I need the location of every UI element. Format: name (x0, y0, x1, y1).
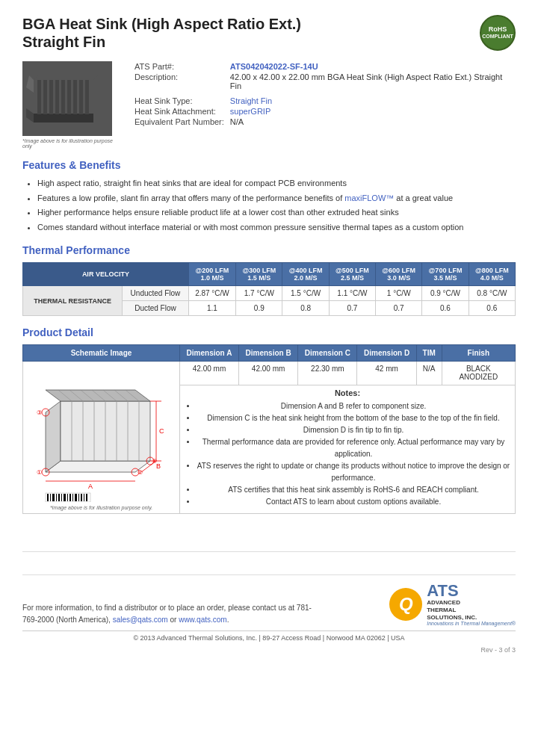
svg-rect-53 (58, 494, 60, 501)
ats-logo-text: ATS ADVANCED THERMAL SOLUTIONS, INC. Inn… (427, 583, 516, 626)
dim-c-header: Dimension C (298, 345, 357, 362)
svg-rect-55 (64, 494, 66, 501)
heatsink-type-value[interactable]: Straight Fin (230, 96, 272, 105)
svg-rect-0 (34, 114, 93, 123)
product-info-section: *Image above is for illustration purpose… (22, 61, 516, 149)
thermal-header-row: AIR VELOCITY @200 LFM 1.0 M/S @300 LFM 1… (23, 263, 516, 286)
col-header-5: @600 LFM 3.0 M/S (376, 263, 422, 286)
ducted-val-5: 0.7 (376, 301, 422, 316)
footer-website[interactable]: www.qats.com (179, 616, 226, 624)
footer-dot: . (227, 616, 229, 624)
dim-a-value: 42.00 mm (180, 362, 239, 385)
product-detail-table: Schematic Image Dimension A Dimension B … (22, 344, 516, 514)
maxiflow-link[interactable]: maxiFLOW™ (344, 193, 394, 202)
features-list: High aspect ratio, straight fin heat sin… (22, 177, 516, 234)
equivalent-part-row: Equivalent Part Number: N/A (132, 117, 516, 127)
svg-text:④: ④ (152, 458, 157, 465)
product-image-box (22, 61, 112, 136)
heatsink-type-row: Heat Sink Type: Straight Fin (132, 96, 516, 106)
svg-rect-56 (67, 494, 68, 501)
ducted-val-4: 0.7 (329, 301, 375, 316)
dim-d-header: Dimension D (357, 345, 416, 362)
equivalent-part-label: Equivalent Part Number: (132, 117, 227, 127)
svg-rect-61 (81, 494, 82, 501)
page-number: Rev - 3 of 3 (22, 646, 516, 654)
dim-b-header: Dimension B (238, 345, 297, 362)
footer-contact: For more information, to find a distribu… (22, 602, 321, 626)
dimensions-row: A B C (23, 362, 516, 385)
heatsink-attachment-value[interactable]: superGRIP (230, 107, 270, 116)
note-item: Dimension A and B refer to component siz… (197, 400, 510, 412)
svg-rect-9 (85, 80, 89, 114)
ats-full1: ADVANCED (427, 599, 516, 607)
ats-logo: Q ATS ADVANCED THERMAL SOLUTIONS, INC. I… (389, 583, 516, 626)
schematic-cell: A B C (23, 362, 180, 514)
svg-rect-63 (86, 494, 87, 501)
tim-header: TIM (416, 345, 442, 362)
col-header-2: @300 LFM 1.5 M/S (236, 263, 282, 286)
finish-value: BLACK ANODIZED (442, 362, 515, 385)
ducted-flow-label: Ducted Flow (123, 301, 189, 316)
svg-rect-57 (69, 494, 71, 501)
svg-rect-62 (84, 494, 84, 501)
note-item: Dimension D is fin tip to fin tip. (197, 424, 510, 436)
description-label: Description: (132, 72, 227, 91)
air-velocity-header: AIR VELOCITY (23, 263, 189, 286)
svg-rect-1 (37, 80, 41, 114)
svg-marker-14 (46, 461, 150, 472)
svg-marker-15 (46, 401, 61, 472)
part-label: ATS Part#: (132, 61, 227, 72)
svg-text:C: C (159, 427, 164, 435)
ducted-val-7: 0.6 (469, 301, 515, 316)
title-line1: BGA Heat Sink (High Aspect Ratio Ext.) (22, 16, 301, 32)
features-heading: Features & Benefits (22, 159, 516, 171)
dim-b-value: 42.00 mm (238, 362, 297, 385)
notes-list: Dimension A and B refer to component siz… (185, 400, 510, 508)
unducted-val-5: 1 °C/W (376, 286, 422, 301)
rohs-compliant-text: COMPLIANT (482, 34, 513, 40)
svg-rect-3 (49, 80, 53, 114)
notes-title: Notes: (185, 388, 510, 397)
svg-rect-6 (67, 80, 71, 114)
col-header-7: @800 LFM 4.0 M/S (469, 263, 515, 286)
schematic-image-header: Schematic Image (23, 345, 180, 362)
col-header-6: @700 LFM 3.5 M/S (422, 263, 469, 286)
spec-table: ATS Part#: ATS042042022-SF-14U Descripti… (132, 61, 516, 127)
footer-or: or (170, 616, 176, 624)
description-value: 42.00 x 42.00 x 22.00 mm BGA Heat Sink (… (227, 72, 516, 91)
note-item: Thermal performance data are provided fo… (197, 436, 510, 460)
svg-rect-7 (73, 80, 77, 114)
svg-rect-2 (43, 80, 47, 114)
unducted-val-6: 0.9 °C/W (422, 286, 469, 301)
product-detail-heading: Product Detail (22, 326, 516, 338)
dim-a-header: Dimension A (180, 345, 239, 362)
unducted-flow-row: THERMAL RESISTANCE Unducted Flow 2.87 °C… (23, 286, 516, 301)
product-image-container: *Image above is for illustration purpose… (22, 61, 120, 149)
part-number-value: ATS042042022-SF-14U (227, 61, 516, 72)
unducted-flow-label: Unducted Flow (123, 286, 189, 301)
description-row: Description: 42.00 x 42.00 x 22.00 mm BG… (132, 72, 516, 91)
svg-rect-58 (72, 494, 73, 501)
unducted-val-3: 1.5 °C/W (282, 286, 329, 301)
footer: For more information, to find a distribu… (22, 574, 516, 626)
svg-rect-4 (55, 80, 59, 114)
thermal-heading: Thermal Performance (22, 244, 516, 256)
page: BGA Heat Sink (High Aspect Ratio Ext.) S… (0, 0, 538, 669)
footer-email[interactable]: sales@qats.com (113, 616, 168, 624)
schematic-svg: A B C (31, 368, 173, 502)
title-line2: Straight Fin (22, 34, 105, 50)
ducted-val-1: 1.1 (188, 301, 235, 316)
dim-c-value: 22.30 mm (298, 362, 357, 385)
svg-text:①: ① (37, 469, 42, 476)
svg-rect-51 (52, 494, 55, 501)
svg-rect-50 (50, 494, 51, 501)
header: BGA Heat Sink (High Aspect Ratio Ext.) S… (22, 15, 516, 51)
thermal-table: AIR VELOCITY @200 LFM 1.0 M/S @300 LFM 1… (22, 262, 516, 316)
unducted-val-4: 1.1 °C/W (329, 286, 375, 301)
ats-tagline: Innovations in Thermal Management® (427, 621, 516, 626)
tim-value: N/A (416, 362, 442, 385)
part-number-row: ATS Part#: ATS042042022-SF-14U (132, 61, 516, 72)
rohs-badge: RoHS COMPLIANT (480, 15, 516, 51)
ducted-val-3: 0.8 (282, 301, 329, 316)
svg-text:②: ② (137, 469, 143, 476)
